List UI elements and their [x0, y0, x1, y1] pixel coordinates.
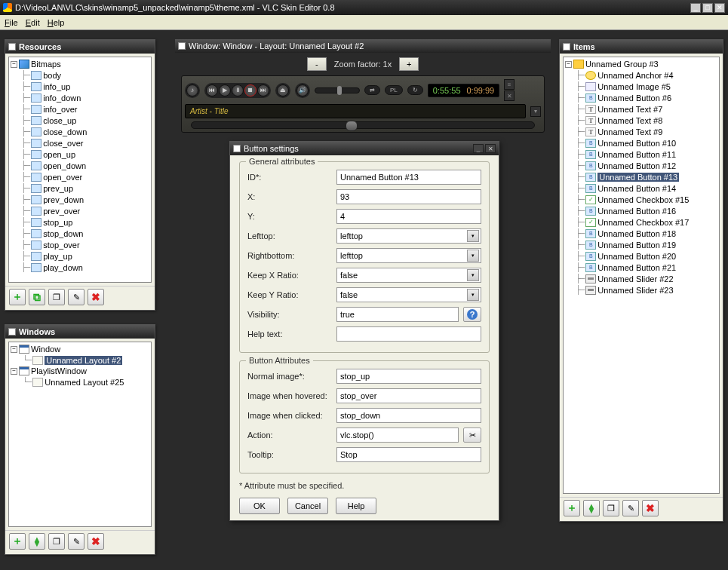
- pause-button[interactable]: ⏸: [232, 84, 244, 97]
- tree-item[interactable]: ├─B Unnamed Button #16: [565, 205, 717, 216]
- cancel-button[interactable]: Cancel: [287, 498, 328, 514]
- close-skin-button[interactable]: ✕: [504, 90, 515, 101]
- tree-window[interactable]: − PlaylistWindow: [11, 366, 149, 376]
- mute-button[interactable]: 🔊: [296, 84, 309, 97]
- resources-tree[interactable]: − Bitmaps├─ body├─ info_up├─ info_down├─…: [8, 57, 152, 283]
- copy-button[interactable]: ❐: [48, 533, 65, 550]
- tree-item[interactable]: ├─B Unnamed Button #21: [565, 262, 717, 273]
- edit-button[interactable]: ✎: [622, 500, 639, 516]
- add-button[interactable]: ＋: [9, 289, 26, 305]
- seek-slider[interactable]: [191, 121, 535, 129]
- tree-item[interactable]: ├─ info_over: [11, 103, 149, 115]
- tree-item[interactable]: ├─ play_up: [11, 250, 149, 262]
- menu-file[interactable]: File: [5, 18, 18, 27]
- zoom-in-button[interactable]: +: [399, 57, 419, 71]
- ok-button[interactable]: OK: [239, 498, 280, 514]
- move-button[interactable]: ▲▼: [583, 500, 600, 516]
- input-helptext[interactable]: [336, 326, 481, 342]
- volume-slider[interactable]: [315, 87, 360, 93]
- tree-item[interactable]: ├─ prev_down: [11, 194, 149, 205]
- tree-item[interactable]: ├─ body: [11, 69, 149, 81]
- input-hovered[interactable]: stop_over: [336, 388, 481, 403]
- tree-item[interactable]: ├─ open_down: [11, 160, 149, 171]
- tree-item[interactable]: ├─B Unnamed Button #13: [565, 171, 717, 182]
- collapse-icon[interactable]: −: [11, 346, 17, 353]
- tree-item[interactable]: ├─ prev_up: [11, 182, 149, 194]
- move-button[interactable]: ▲▼: [29, 533, 45, 550]
- menu-help[interactable]: Help: [48, 18, 65, 27]
- collapse-icon[interactable]: −: [11, 61, 17, 68]
- tree-item[interactable]: ├─ stop_up: [11, 216, 149, 228]
- items-tree[interactable]: − Unnamed Group #3├─ Unnamed Anchor #4├─…: [563, 57, 720, 494]
- tree-item[interactable]: ├─ Unnamed Image #5: [565, 81, 717, 92]
- windows-tree[interactable]: − Window└─ Unnamed Layout #2− PlaylistWi…: [8, 342, 152, 527]
- help-button[interactable]: Help: [336, 498, 376, 514]
- tree-item[interactable]: ├─✓ Unnamed Checkbox #17: [565, 216, 717, 228]
- visibility-help-button[interactable]: ?: [463, 307, 481, 322]
- add-button[interactable]: ＋: [564, 500, 580, 516]
- tree-item[interactable]: ├─ open_over: [11, 171, 149, 182]
- edit-button[interactable]: ✎: [68, 533, 84, 550]
- copy-button[interactable]: ❐: [603, 500, 619, 516]
- open-button[interactable]: ⏏: [277, 84, 289, 97]
- maximize-button[interactable]: □: [702, 3, 713, 13]
- input-clicked[interactable]: stop_down: [336, 408, 481, 423]
- edit-button[interactable]: ✎: [68, 289, 84, 305]
- tree-layout[interactable]: └─ Unnamed Layout #25: [11, 376, 149, 388]
- prev-button[interactable]: ⏮: [206, 84, 218, 97]
- select-keepx[interactable]: false▾: [336, 268, 481, 283]
- dialog-minimize-button[interactable]: _: [473, 144, 484, 153]
- input-id[interactable]: Unnamed Button #13: [336, 170, 481, 185]
- tree-item[interactable]: ├─ stop_down: [11, 228, 149, 239]
- tree-item[interactable]: ├─B Unnamed Button #11: [565, 149, 717, 160]
- tree-root[interactable]: − Unnamed Group #3: [565, 59, 717, 69]
- tree-item[interactable]: ├─ close_down: [11, 126, 149, 137]
- tree-item[interactable]: ├─B Unnamed Button #6: [565, 92, 717, 103]
- tree-item[interactable]: ├─ info_up: [11, 81, 149, 92]
- tree-item[interactable]: ├─✓ Unnamed Checkbox #15: [565, 194, 717, 205]
- tree-item[interactable]: ├─ Unnamed Slider #23: [565, 284, 717, 296]
- tree-item[interactable]: ├─ info_down: [11, 92, 149, 103]
- tree-item[interactable]: ├─T Unnamed Text #8: [565, 115, 717, 126]
- dialog-close-button[interactable]: ✕: [485, 144, 496, 153]
- tree-item[interactable]: ├─ close_over: [11, 137, 149, 149]
- close-button[interactable]: ✕: [714, 3, 725, 13]
- next-button[interactable]: ⏭: [257, 84, 269, 97]
- info-button[interactable]: ≡: [504, 79, 515, 90]
- tree-item[interactable]: ├─B Unnamed Button #18: [565, 228, 717, 239]
- copy-button[interactable]: ❐: [48, 289, 65, 305]
- tree-item[interactable]: ├─T Unnamed Text #9: [565, 126, 717, 137]
- action-picker-button[interactable]: ✂: [463, 428, 481, 443]
- tree-item[interactable]: ├─ open_up: [11, 149, 149, 160]
- input-action[interactable]: vlc.stop(): [336, 428, 459, 443]
- tree-item[interactable]: ├─B Unnamed Button #19: [565, 239, 717, 250]
- input-y[interactable]: 4: [336, 209, 481, 224]
- input-normal[interactable]: stop_up: [336, 369, 481, 384]
- tree-item[interactable]: ├─B Unnamed Button #10: [565, 137, 717, 149]
- tree-item[interactable]: ├─B Unnamed Button #12: [565, 160, 717, 171]
- play-button[interactable]: ▶: [219, 84, 231, 97]
- expand-button[interactable]: ▾: [530, 106, 541, 117]
- add-sub-button[interactable]: ⧉: [29, 289, 45, 305]
- input-tooltip[interactable]: Stop: [336, 447, 481, 462]
- delete-button[interactable]: ✖: [88, 533, 104, 550]
- menu-edit[interactable]: Edit: [26, 18, 40, 27]
- tree-item[interactable]: ├─ play_down: [11, 262, 149, 273]
- minimize-button[interactable]: _: [690, 3, 701, 13]
- tree-item[interactable]: ├─T Unnamed Text #7: [565, 103, 717, 115]
- collapse-icon[interactable]: −: [11, 368, 17, 375]
- zoom-out-button[interactable]: -: [307, 57, 327, 71]
- input-visibility[interactable]: true: [336, 307, 459, 322]
- tree-item[interactable]: ├─ stop_over: [11, 239, 149, 250]
- tree-window[interactable]: − Window: [11, 344, 149, 354]
- tree-root[interactable]: − Bitmaps: [11, 59, 149, 69]
- tree-layout[interactable]: └─ Unnamed Layout #2: [11, 354, 149, 366]
- eq-icon[interactable]: ♪: [186, 84, 198, 97]
- tree-item[interactable]: ├─ prev_over: [11, 205, 149, 216]
- select-keepy[interactable]: false▾: [336, 287, 481, 302]
- select-lefttop[interactable]: lefttop▾: [336, 228, 481, 244]
- tree-item[interactable]: ├─ Unnamed Slider #22: [565, 273, 717, 284]
- input-x[interactable]: 93: [336, 189, 481, 204]
- playlist-button[interactable]: PL: [385, 85, 403, 95]
- delete-button[interactable]: ✖: [642, 500, 659, 516]
